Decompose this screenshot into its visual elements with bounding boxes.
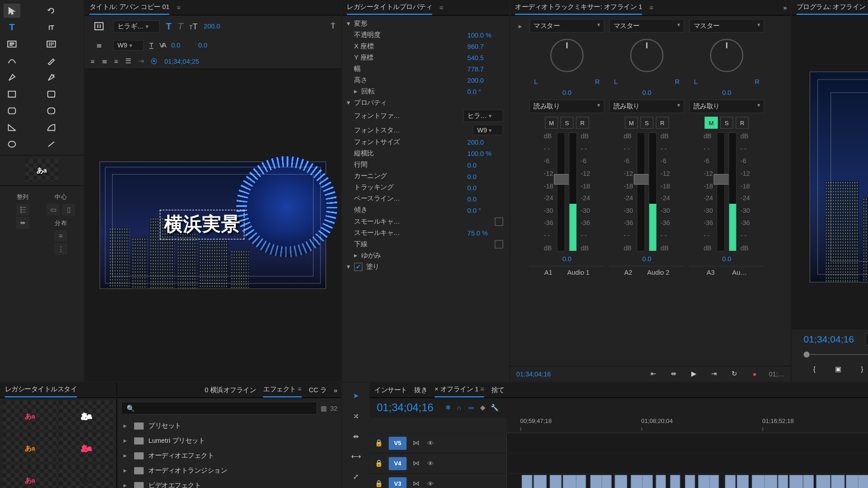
pan-knob[interactable]: [550, 39, 584, 72]
effects-tab[interactable]: 0 横浜オフライン: [205, 383, 256, 397]
tl-rolling-tool[interactable]: ⟷: [349, 449, 363, 464]
tracking-value[interactable]: 0.0: [198, 42, 207, 49]
font-size-value[interactable]: 200.0: [204, 23, 220, 30]
mark-clip-icon[interactable]: ▣: [832, 362, 845, 375]
clipped-rect-tool[interactable]: [4, 103, 20, 118]
prop-value[interactable]: 0.0: [467, 173, 503, 180]
pen-add-tool[interactable]: [4, 70, 20, 85]
record-button[interactable]: R: [576, 117, 589, 128]
mute-button[interactable]: M: [625, 117, 638, 128]
pan-value[interactable]: 0.0: [722, 89, 731, 96]
video-clip[interactable]: [656, 475, 666, 488]
rounded-rect-tool[interactable]: [43, 87, 60, 102]
dist-h[interactable]: ≡: [54, 230, 67, 242]
track-header[interactable]: 🔒V3⋈👁: [370, 474, 507, 488]
font-weight-select[interactable]: W9 ▾: [113, 40, 144, 51]
solo-button[interactable]: S: [640, 117, 653, 128]
fill-enable-checkbox[interactable]: [354, 263, 362, 271]
video-clip[interactable]: [576, 475, 586, 488]
sequence-tab[interactable]: 抜き: [414, 383, 427, 397]
video-clip[interactable]: [709, 475, 719, 488]
mixer-goto-out-icon[interactable]: ⇥: [708, 370, 720, 378]
rectangle-tool[interactable]: [4, 87, 20, 102]
mixer-tab[interactable]: オーディオトラックミキサー: オフライン 1: [515, 0, 642, 15]
mixer-goto-in-icon[interactable]: ⇤: [647, 370, 659, 378]
vertical-area-type-tool[interactable]: [43, 37, 60, 52]
title-text-element[interactable]: 横浜実景: [160, 210, 244, 239]
mark-in-icon[interactable]: {: [808, 362, 821, 375]
volume-fader[interactable]: [717, 132, 725, 252]
line-tool[interactable]: [43, 137, 60, 151]
font-family-select[interactable]: ヒラギ… ▾: [113, 20, 160, 33]
automation-mode-select[interactable]: 読み取り▾: [689, 99, 764, 113]
effects-search-input[interactable]: [121, 402, 317, 415]
prop-value[interactable]: 100.0 %: [467, 150, 503, 157]
track-header[interactable]: 🔒V5⋈👁: [370, 433, 507, 454]
tl-markers-icon[interactable]: ◆: [480, 404, 485, 412]
video-track-badge[interactable]: V5: [389, 436, 407, 450]
video-clip[interactable]: [670, 475, 680, 488]
program-tab[interactable]: プログラム: オフライン 1: [797, 0, 868, 15]
effects-folder[interactable]: ▸ビデオエフェクト: [118, 478, 341, 488]
properties-tab[interactable]: レガシータイトルプロパティ: [347, 0, 432, 15]
video-track-badge[interactable]: V4: [389, 457, 407, 470]
rotate-tool[interactable]: [43, 4, 60, 18]
prop-value[interactable]: 0.0: [467, 161, 503, 169]
fx-badge2-icon[interactable]: 32: [330, 404, 337, 412]
sync-lock-icon[interactable]: ⋈: [411, 479, 421, 488]
arc-tool[interactable]: [43, 120, 60, 135]
tl-selection-tool[interactable]: ➤: [349, 389, 363, 403]
track-header[interactable]: 🔒V4⋈👁: [370, 454, 507, 474]
prop-value[interactable]: 0.0 °: [467, 88, 503, 95]
video-clip[interactable]: [737, 475, 749, 488]
record-button[interactable]: R: [656, 117, 669, 128]
twirl-icon[interactable]: ▾: [347, 20, 354, 28]
title-style-swatch[interactable]: あa: [2, 432, 57, 464]
mixer-step-back-icon[interactable]: ⇺: [668, 370, 679, 378]
show-video-toggle[interactable]: ⦿: [151, 57, 157, 65]
type-tool[interactable]: T: [4, 20, 20, 35]
prop-value[interactable]: 778.7: [467, 65, 503, 72]
title-style-swatch[interactable]: あa: [59, 400, 114, 432]
timeline-timecode[interactable]: 01;34;04;16: [377, 402, 433, 414]
effects-folder[interactable]: ▸オーディオトランジション: [118, 463, 341, 478]
video-clip[interactable]: [563, 475, 577, 488]
paragraph-icon[interactable]: ≣: [90, 38, 107, 52]
visibility-icon[interactable]: 👁: [426, 438, 435, 448]
title-canvas[interactable]: 横浜実景: [99, 161, 326, 289]
prop-checkbox[interactable]: [495, 240, 503, 248]
tl-ripple-tool[interactable]: ⇹: [349, 429, 363, 443]
channel-output-select[interactable]: マスター▾: [689, 19, 764, 33]
title-templates-icon[interactable]: [90, 19, 107, 33]
sync-lock-icon[interactable]: ⋈: [411, 459, 421, 468]
selection-tool[interactable]: [4, 4, 20, 18]
channel-name[interactable]: Audio 1: [567, 269, 590, 276]
video-clip[interactable]: [602, 475, 612, 488]
twirl-icon[interactable]: ▾: [347, 99, 354, 107]
vertical-type-tool[interactable]: IT: [43, 20, 60, 35]
prop-value[interactable]: 0.0: [467, 195, 503, 202]
solo-button[interactable]: S: [561, 117, 574, 128]
area-type-tool[interactable]: [4, 37, 20, 52]
program-viewport[interactable]: 横浜実景: [810, 71, 868, 282]
video-clip[interactable]: [816, 475, 830, 488]
automation-mode-select[interactable]: 読み取り▾: [609, 99, 684, 113]
timeline-ruler[interactable]: 00;59;47;1801;08;20;0401;16;52;1801;25;2…: [507, 418, 868, 433]
prop-value[interactable]: 0.0 °: [467, 206, 503, 214]
channel-name[interactable]: Audio 2: [647, 269, 670, 276]
title-panel-menu-icon[interactable]: ≡: [177, 4, 180, 11]
prop-value[interactable]: 200.0: [467, 76, 503, 84]
mixer-collapse-icon[interactable]: ▸: [519, 23, 522, 30]
title-safe-timecode[interactable]: 01;34;04;25: [165, 57, 199, 65]
prop-checkbox[interactable]: [495, 217, 503, 225]
align-right-icon[interactable]: ≡: [114, 57, 118, 65]
leading-icon[interactable]: Ṫ: [331, 22, 335, 30]
automation-mode-select[interactable]: 読み取り▾: [529, 99, 604, 113]
prop-select[interactable]: W9 ▾: [473, 125, 503, 136]
title-style-swatch[interactable]: あa: [2, 400, 57, 432]
effects-folder[interactable]: ▸プリセット: [118, 418, 341, 433]
video-clip[interactable]: [614, 475, 627, 488]
styles-tab[interactable]: レガシータイトルスタイ: [5, 383, 77, 398]
fader-value[interactable]: 0.0: [562, 255, 571, 262]
volume-fader[interactable]: [637, 132, 645, 252]
